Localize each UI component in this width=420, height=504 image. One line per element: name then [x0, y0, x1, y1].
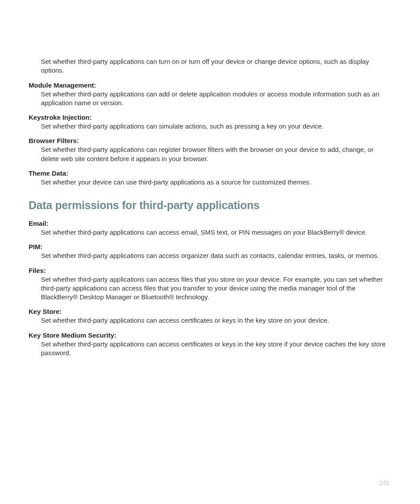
page-number: 245 [379, 479, 389, 486]
def-email: Set whether third-party applications can… [41, 228, 391, 237]
term-theme-data: Theme Data: [29, 169, 391, 177]
orphan-definition: Set whether third-party applications can… [41, 57, 391, 75]
def-keystroke-injection: Set whether third-party applications can… [41, 122, 391, 131]
def-key-store: Set whether third-party applications can… [41, 316, 391, 325]
term-files: Files: [29, 267, 391, 274]
section-interaction-permissions: Module Management: Set whether third-par… [29, 81, 391, 187]
term-email: Email: [29, 220, 391, 227]
def-files: Set whether third-party applications can… [41, 275, 391, 302]
term-key-store: Key Store: [29, 308, 391, 315]
def-theme-data: Set whether your device can use third-pa… [41, 178, 391, 187]
term-browser-filters: Browser Filters: [29, 137, 391, 144]
term-module-management: Module Management: [29, 81, 391, 89]
term-key-store-medium-security: Key Store Medium Security: [29, 331, 391, 339]
def-browser-filters: Set whether third-party applications can… [41, 145, 391, 163]
term-pim: PIM: [29, 243, 391, 250]
term-keystroke-injection: Keystroke Injection: [29, 114, 391, 121]
def-key-store-medium-security: Set whether third-party applications can… [41, 340, 391, 358]
heading-data-permissions: Data permissions for third-party applica… [29, 199, 391, 212]
def-pim: Set whether third-party applications can… [41, 251, 391, 260]
def-module-management: Set whether third-party applications can… [41, 90, 391, 108]
section-data-permissions: Email: Set whether third-party applicati… [29, 220, 391, 357]
